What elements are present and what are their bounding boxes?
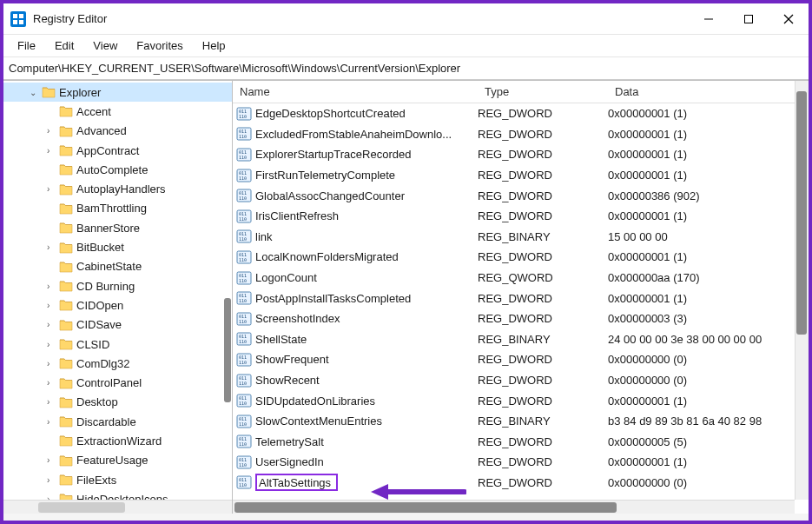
- value-name: ExcludedFromStableAnaheimDownlo...: [255, 128, 452, 141]
- chevron-down-icon[interactable]: ⌄: [30, 88, 42, 97]
- tree-item-accent[interactable]: Accent: [3, 102, 232, 121]
- tree-item-bannerstore[interactable]: BannerStore: [3, 218, 232, 237]
- value-row[interactable]: 011110ShowRecentREG_DWORD0x00000000 (0): [233, 370, 809, 391]
- menu-favorites[interactable]: Favorites: [128, 36, 191, 56]
- tree-item-desktop[interactable]: ›Desktop: [3, 393, 232, 412]
- tree-item-bamthrottling[interactable]: BamThrottling: [3, 199, 232, 218]
- tree-vertical-scrollbar[interactable]: [221, 81, 232, 500]
- registry-value-icon: 011110: [236, 106, 252, 122]
- folder-icon: [59, 279, 73, 293]
- value-row[interactable]: 011110TelemetrySaltREG_DWORD0x00000005 (…: [233, 432, 809, 453]
- registry-value-icon: 011110: [236, 393, 252, 408]
- tree-item-autoplayhandlers[interactable]: ›AutoplayHandlers: [3, 179, 232, 198]
- value-data: 0x00000005 (5): [608, 435, 809, 448]
- tree-item-cidsave[interactable]: ›CIDSave: [3, 315, 232, 335]
- folder-icon: [59, 104, 73, 118]
- svg-text:110: 110: [239, 401, 247, 406]
- tree-item-label: ExtractionWizard: [76, 434, 162, 448]
- value-row[interactable]: 011110AltTabSettingsREG_DWORD0x00000000 …: [233, 473, 809, 494]
- maximize-button[interactable]: [729, 3, 769, 35]
- chevron-right-icon[interactable]: ›: [47, 301, 59, 310]
- svg-text:110: 110: [239, 176, 247, 181]
- value-row[interactable]: 011110ExplorerStartupTraceRecordedREG_DW…: [233, 144, 809, 165]
- menu-edit[interactable]: Edit: [46, 36, 83, 56]
- tree-item-advanced[interactable]: ›Advanced: [3, 122, 232, 141]
- value-row[interactable]: 011110ExcludedFromStableAnaheimDownlo...…: [233, 124, 809, 145]
- chevron-right-icon[interactable]: ›: [47, 282, 59, 291]
- address-bar[interactable]: Computer\HKEY_CURRENT_USER\Software\Micr…: [3, 57, 809, 80]
- tree-item-cd-burning[interactable]: ›CD Burning: [3, 276, 232, 295]
- minimize-button[interactable]: [689, 3, 729, 35]
- tree-item-featureusage[interactable]: ›FeatureUsage: [3, 451, 232, 470]
- chevron-right-icon[interactable]: ›: [47, 242, 59, 252]
- close-button[interactable]: [769, 3, 809, 35]
- value-row[interactable]: 011110UserSignedInREG_DWORD0x00000001 (1…: [233, 452, 809, 473]
- value-row[interactable]: 011110ScreenshotIndexREG_DWORD0x00000003…: [233, 308, 809, 329]
- value-name: GlobalAssocChangedCounter: [255, 189, 405, 202]
- registry-value-icon: 011110: [236, 126, 252, 142]
- tree-item-bitbucket[interactable]: ›BitBucket: [3, 237, 232, 256]
- tree-item-cabinetstate[interactable]: CabinetState: [3, 257, 232, 276]
- tree-item-controlpanel[interactable]: ›ControlPanel: [3, 373, 232, 392]
- svg-text:110: 110: [239, 216, 247, 222]
- col-header-name[interactable]: Name: [233, 85, 478, 98]
- chevron-right-icon[interactable]: ›: [47, 475, 59, 485]
- value-name-editing[interactable]: AltTabSettings: [255, 474, 338, 491]
- chevron-right-icon[interactable]: ›: [47, 340, 59, 349]
- registry-tree[interactable]: ⌄ExplorerAccent›Advanced›AppContractAuto…: [3, 81, 232, 500]
- value-row[interactable]: 011110LocalKnownFoldersMigratedREG_DWORD…: [233, 247, 809, 268]
- value-list[interactable]: 011110EdgeDesktopShortcutCreatedREG_DWOR…: [233, 103, 809, 493]
- menu-file[interactable]: File: [9, 36, 44, 56]
- chevron-right-icon[interactable]: ›: [47, 397, 59, 407]
- value-row[interactable]: 011110linkREG_BINARY15 00 00 00: [233, 227, 809, 248]
- list-header[interactable]: Name Type Data: [233, 81, 809, 103]
- registry-value-icon: 011110: [236, 229, 252, 244]
- svg-rect-5: [745, 15, 753, 23]
- chevron-right-icon[interactable]: ›: [47, 417, 59, 427]
- value-row[interactable]: 011110IrisClientRefreshREG_DWORD0x000000…: [233, 206, 809, 227]
- tree-item-autocomplete[interactable]: AutoComplete: [3, 160, 232, 179]
- tree-item-fileexts[interactable]: ›FileExts: [3, 470, 232, 489]
- menu-help[interactable]: Help: [194, 36, 234, 56]
- tree-item-hidedesktopicons[interactable]: ›HideDesktopIcons: [3, 489, 232, 500]
- tree-item-extractionwizard[interactable]: ExtractionWizard: [3, 431, 232, 450]
- value-data: 0x00000386 (902): [608, 189, 809, 202]
- value-row[interactable]: 011110EdgeDesktopShortcutCreatedREG_DWOR…: [233, 103, 809, 124]
- chevron-right-icon[interactable]: ›: [47, 146, 59, 156]
- chevron-right-icon[interactable]: ›: [47, 320, 59, 329]
- registry-value-icon: 011110: [236, 147, 252, 163]
- value-row[interactable]: 011110PostAppInstallTasksCompletedREG_DW…: [233, 288, 809, 308]
- menu-view[interactable]: View: [84, 36, 126, 56]
- chevron-right-icon[interactable]: ›: [47, 455, 59, 465]
- app-icon: [10, 11, 26, 27]
- value-row[interactable]: 011110SIDUpdatedOnLibrariesREG_DWORD0x00…: [233, 390, 809, 411]
- value-row[interactable]: 011110GlobalAssocChangedCounterREG_DWORD…: [233, 185, 809, 206]
- chevron-right-icon[interactable]: ›: [47, 378, 59, 388]
- list-vertical-scrollbar[interactable]: [795, 81, 809, 500]
- value-name: EdgeDesktopShortcutCreated: [255, 107, 406, 120]
- tree-item-explorer[interactable]: ⌄Explorer: [3, 83, 232, 102]
- col-header-type[interactable]: Type: [478, 85, 608, 98]
- value-row[interactable]: 011110ShellStateREG_BINARY24 00 00 00 3e…: [233, 329, 809, 350]
- tree-item-clsid[interactable]: ›CLSID: [3, 335, 232, 354]
- svg-text:110: 110: [239, 339, 247, 344]
- tree-horizontal-scrollbar[interactable]: [3, 500, 232, 514]
- value-row[interactable]: 011110FirstRunTelemetryCompleteREG_DWORD…: [233, 165, 809, 186]
- tree-item-cidopen[interactable]: ›CIDOpen: [3, 295, 232, 315]
- chevron-right-icon[interactable]: ›: [47, 126, 59, 136]
- folder-icon: [59, 202, 73, 216]
- registry-value-icon: 011110: [236, 434, 252, 449]
- tree-item-comdlg32[interactable]: ›ComDlg32: [3, 354, 232, 373]
- titlebar: Registry Editor: [3, 3, 809, 35]
- chevron-right-icon[interactable]: ›: [47, 184, 59, 194]
- registry-value-icon: 011110: [236, 270, 252, 286]
- value-row[interactable]: 011110LogonCountREG_QWORD0x000000aa (170…: [233, 268, 809, 289]
- value-name: PostAppInstallTasksCompleted: [255, 292, 411, 305]
- tree-item-discardable[interactable]: ›Discardable: [3, 412, 232, 431]
- tree-item-appcontract[interactable]: ›AppContract: [3, 141, 232, 160]
- list-horizontal-scrollbar[interactable]: [233, 500, 795, 514]
- value-row[interactable]: 011110SlowContextMenuEntriesREG_BINARYb3…: [233, 411, 809, 432]
- chevron-right-icon[interactable]: ›: [47, 359, 59, 368]
- col-header-data[interactable]: Data: [608, 85, 809, 98]
- value-row[interactable]: 011110ShowFrequentREG_DWORD0x00000000 (0…: [233, 349, 809, 370]
